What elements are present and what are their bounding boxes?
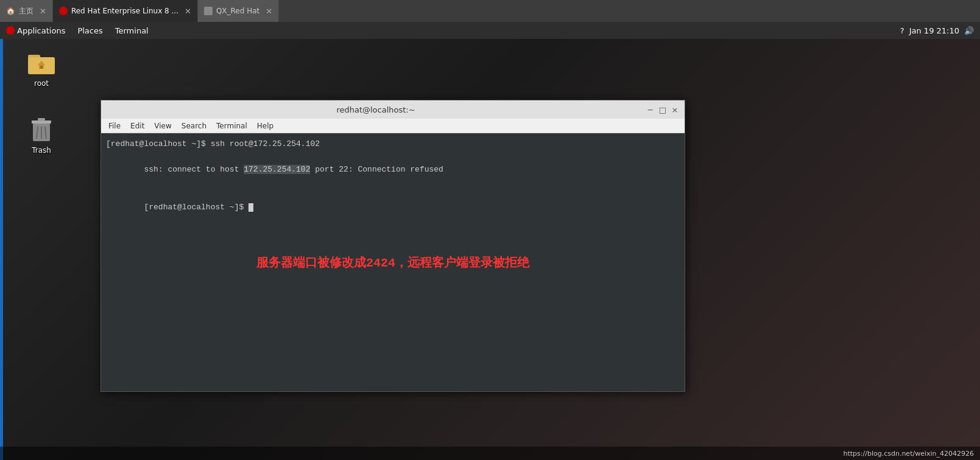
terminal-line-1: [redhat@localhost ~]$ ssh root@172.25.25… <box>106 138 680 151</box>
places-menu[interactable]: Places <box>71 22 108 39</box>
maximize-button[interactable]: □ <box>658 105 668 114</box>
ssh-port-text: port 22: Connection refused <box>310 165 443 174</box>
menu-search[interactable]: Search <box>177 119 211 133</box>
places-label: Places <box>77 26 102 35</box>
trash-label: Trash <box>32 146 51 155</box>
terminal-body[interactable]: [redhat@localhost ~]$ ssh root@172.25.25… <box>101 133 685 391</box>
terminal-prompt: [redhat@localhost ~]$ <box>144 203 249 212</box>
question-icon: ? <box>900 26 904 35</box>
menu-terminal[interactable]: Terminal <box>211 119 252 133</box>
gnome-sidebar <box>0 39 3 460</box>
redhat-logo-icon <box>6 26 15 35</box>
terminal-cursor <box>249 203 253 212</box>
qx-tab-close[interactable]: ✕ <box>266 7 272 15</box>
folder-image <box>27 47 56 77</box>
tab-home[interactable]: 🏠 主页 ✕ <box>0 0 53 22</box>
terminal-window: redhat@localhost:~ − □ × File Edit View … <box>100 100 685 392</box>
terminal-menu[interactable]: Terminal <box>109 22 155 39</box>
status-bar: https://blog.csdn.net/weixin_42042926 <box>0 447 980 460</box>
window-buttons: − □ × <box>646 105 680 114</box>
terminal-line-2: ssh: connect to host 172.25.254.102 port… <box>106 151 680 189</box>
desktop: root Trash redhat@localhost:~ − <box>0 39 980 460</box>
qx-tab-label: QX_Red Hat <box>216 7 259 15</box>
minimize-button[interactable]: − <box>646 105 655 114</box>
gnome-right-panel: ? Jan 19 21:10 🔊 <box>900 26 980 35</box>
terminal-label: Terminal <box>115 26 149 35</box>
browser-chrome: 🏠 主页 ✕ Red Hat Enterprise Linux 8 ... ✕ … <box>0 0 980 22</box>
url-display: https://blog.csdn.net/weixin_42042926 <box>843 450 974 458</box>
qx-tab-icon <box>204 7 213 15</box>
tab-qx[interactable]: QX_Red Hat ✕ <box>198 0 279 22</box>
applications-menu[interactable]: Applications <box>0 22 71 39</box>
home-tab-label: 主页 <box>19 6 33 16</box>
terminal-titlebar: redhat@localhost:~ − □ × <box>101 100 685 119</box>
sound-icon: 🔊 <box>964 26 974 35</box>
home-tab-close[interactable]: ✕ <box>40 7 46 15</box>
menu-view[interactable]: View <box>149 119 176 133</box>
svg-rect-4 <box>40 66 43 69</box>
tab-redhat[interactable]: Red Hat Enterprise Linux 8 ... ✕ <box>53 0 198 22</box>
redhat-tab-icon <box>59 7 68 15</box>
svg-rect-7 <box>38 118 45 121</box>
home-tab-icon: 🏠 <box>6 7 15 15</box>
trash-icon[interactable]: Trash <box>17 112 66 157</box>
datetime-display: Jan 19 21:10 <box>909 26 959 35</box>
ssh-error-text: ssh: connect to host <box>144 165 244 174</box>
trash-image <box>27 114 56 144</box>
folder-svg <box>27 47 56 77</box>
menu-help[interactable]: Help <box>252 119 278 133</box>
redhat-tab-close[interactable]: ✕ <box>185 7 191 15</box>
terminal-title: redhat@localhost:~ <box>106 105 646 114</box>
terminal-line-3: [redhat@localhost ~]$ <box>106 189 680 226</box>
applications-label: Applications <box>17 26 65 35</box>
close-button[interactable]: × <box>670 105 680 114</box>
trash-svg <box>29 114 54 144</box>
redhat-tab-label: Red Hat Enterprise Linux 8 ... <box>71 7 178 15</box>
ssh-host-highlight: 172.25.254.102 <box>244 165 310 174</box>
tab-bar: 🏠 主页 ✕ Red Hat Enterprise Linux 8 ... ✕ … <box>0 0 980 22</box>
gnome-panel: Applications Places Terminal ? Jan 19 21… <box>0 22 980 39</box>
menu-edit[interactable]: Edit <box>125 119 149 133</box>
annotation-text: 服务器端口被修改成2424，远程客户端登录被拒绝 <box>256 254 529 271</box>
root-folder-icon[interactable]: root <box>17 45 66 90</box>
terminal-menubar: File Edit View Search Terminal Help <box>101 119 685 133</box>
menu-file[interactable]: File <box>104 119 125 133</box>
root-label: root <box>34 79 49 88</box>
